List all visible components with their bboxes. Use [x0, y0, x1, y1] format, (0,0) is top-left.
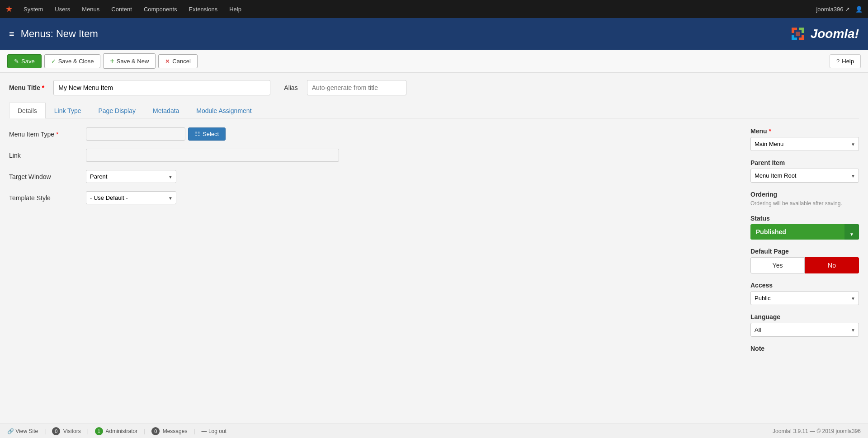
- visitors-badge: 0 Visitors: [52, 427, 80, 435]
- two-col-layout: Menu Item Type * ☷ Select Link Target: [9, 127, 859, 360]
- joomla-flame-icon: ★: [5, 4, 13, 14]
- status-label: Status: [750, 215, 859, 222]
- note-field: Note: [750, 345, 859, 352]
- footer-version: Joomla! 3.9.11 — © 2019 joomla396: [773, 428, 861, 434]
- nav-system[interactable]: System: [19, 3, 47, 15]
- parent-item-field: Parent Item Menu Item Root Home: [750, 159, 859, 183]
- top-nav: ★ System Users Menus Content Components …: [0, 0, 868, 18]
- language-field: Language All English (UK): [750, 313, 859, 337]
- access-select[interactable]: Public Guest Registered Special Super Us…: [750, 291, 859, 305]
- admin-count: 1: [95, 427, 103, 435]
- main-content: Menu Title * Alias Details Link Type Pag…: [0, 73, 868, 438]
- tab-module-assignment[interactable]: Module Assignment: [188, 103, 260, 118]
- ordering-label: Ordering: [750, 191, 859, 198]
- target-window-label: Target Window: [9, 173, 81, 180]
- messages-count: 0: [151, 427, 160, 435]
- parent-item-select[interactable]: Menu Item Root Home: [750, 169, 859, 183]
- logout-icon: —: [202, 428, 207, 434]
- joomla-logo: Joomla!: [788, 24, 859, 44]
- template-style-label: Template Style: [9, 194, 81, 202]
- yes-no-group: Yes No: [750, 257, 859, 273]
- joomla-logo-text: Joomla!: [811, 27, 859, 41]
- target-window-group: Target Window Parent New Window with Nav…: [9, 170, 737, 183]
- menu-select-wrapper: Main Menu Top Menu Footer Menu: [750, 137, 859, 151]
- messages-label: Messages: [163, 428, 188, 434]
- nav-help[interactable]: Help: [225, 3, 246, 15]
- status-select[interactable]: Published Unpublished Trashed: [750, 224, 859, 240]
- link-group: Link: [9, 149, 737, 162]
- joomla-logo-icon: [788, 24, 808, 44]
- language-select[interactable]: All English (UK): [750, 323, 859, 337]
- help-label: Help: [842, 58, 854, 65]
- tab-details[interactable]: Details: [9, 103, 46, 118]
- admin-badge: 1 Administrator: [95, 427, 137, 435]
- link-label: Link: [9, 152, 81, 159]
- help-button[interactable]: ? Help: [830, 54, 861, 68]
- ordering-note: Ordering will be available after saving.: [750, 200, 859, 207]
- visitors-count: 0: [52, 427, 60, 435]
- nav-extensions[interactable]: Extensions: [184, 3, 222, 15]
- access-label: Access: [750, 282, 859, 289]
- parent-item-select-wrapper: Menu Item Root Home: [750, 169, 859, 183]
- toolbar: ✎ Save ✓ Save & Close + Save & New ✕ Can…: [0, 50, 868, 73]
- save-close-button[interactable]: ✓ Save & Close: [44, 54, 101, 68]
- tab-metadata[interactable]: Metadata: [144, 103, 188, 118]
- select-button[interactable]: ☷ Select: [188, 127, 226, 141]
- menu-field: Menu * Main Menu Top Menu Footer Menu: [750, 127, 859, 151]
- logout-link[interactable]: — Log out: [202, 428, 226, 434]
- header-bar-left: ≡ Menus: New Item: [9, 28, 98, 40]
- menu-item-type-input[interactable]: [86, 127, 185, 141]
- menu-title-input[interactable]: [53, 80, 270, 95]
- no-button[interactable]: No: [805, 257, 859, 273]
- menu-select[interactable]: Main Menu Top Menu Footer Menu: [750, 137, 859, 151]
- user-link[interactable]: joomla396 ↗: [816, 6, 850, 13]
- admin-label: Administrator: [106, 428, 138, 434]
- tab-link-type[interactable]: Link Type: [46, 103, 90, 118]
- note-label: Note: [750, 345, 859, 352]
- hamburger-icon[interactable]: ≡: [9, 29, 14, 39]
- required-asterisk: *: [42, 84, 44, 91]
- view-site-link[interactable]: 🔗 View Site: [7, 428, 38, 434]
- yes-button[interactable]: Yes: [750, 257, 805, 273]
- nav-content[interactable]: Content: [107, 3, 137, 15]
- cancel-button[interactable]: ✕ Cancel: [158, 54, 197, 68]
- save-icon: ✎: [14, 58, 19, 65]
- template-style-select-wrapper: - Use Default - Beez3 protostar: [86, 191, 176, 204]
- top-nav-right: joomla396 ↗ 👤: [816, 6, 863, 13]
- title-row: Menu Title * Alias: [9, 80, 859, 95]
- cancel-label: Cancel: [172, 58, 190, 65]
- external-icon: 🔗: [7, 428, 14, 434]
- user-icon: 👤: [855, 6, 863, 13]
- visitors-label: Visitors: [63, 428, 81, 434]
- x-icon: ✕: [165, 58, 170, 65]
- access-field: Access Public Guest Registered Special S…: [750, 282, 859, 305]
- plus-icon: +: [110, 57, 114, 65]
- template-style-select[interactable]: - Use Default - Beez3 protostar: [86, 191, 176, 204]
- link-input[interactable]: [86, 149, 339, 162]
- status-select-wrapper: Published Unpublished Trashed: [750, 224, 859, 240]
- save-new-label: Save & New: [117, 58, 149, 65]
- nav-menus[interactable]: Menus: [77, 3, 104, 15]
- alias-label: Alias: [284, 84, 297, 91]
- template-style-group: Template Style - Use Default - Beez3 pro…: [9, 191, 737, 204]
- target-window-select[interactable]: Parent New Window with Navigation New Wi…: [86, 170, 176, 183]
- save-button[interactable]: ✎ Save: [7, 54, 42, 68]
- svg-rect-0: [796, 32, 800, 36]
- save-new-button[interactable]: + Save & New: [103, 53, 156, 69]
- select-label: Select: [203, 131, 219, 137]
- tab-page-display[interactable]: Page Display: [90, 103, 144, 118]
- question-icon: ?: [836, 58, 840, 65]
- alias-input[interactable]: [307, 80, 406, 95]
- main-col: Menu Item Type * ☷ Select Link Target: [9, 127, 737, 360]
- nav-components[interactable]: Components: [139, 3, 182, 15]
- language-label: Language: [750, 313, 859, 320]
- menu-title-label: Menu Title *: [9, 84, 44, 91]
- language-select-wrapper: All English (UK): [750, 323, 859, 337]
- messages-badge: 0 Messages: [151, 427, 187, 435]
- footer-bar: 🔗 View Site | 0 Visitors | 1 Administrat…: [0, 424, 868, 438]
- ordering-field: Ordering Ordering will be available afte…: [750, 191, 859, 207]
- save-label: Save: [21, 58, 35, 65]
- menu-item-type-label: Menu Item Type *: [9, 131, 81, 138]
- page-title: Menus: New Item: [21, 28, 98, 40]
- nav-users[interactable]: Users: [50, 3, 75, 15]
